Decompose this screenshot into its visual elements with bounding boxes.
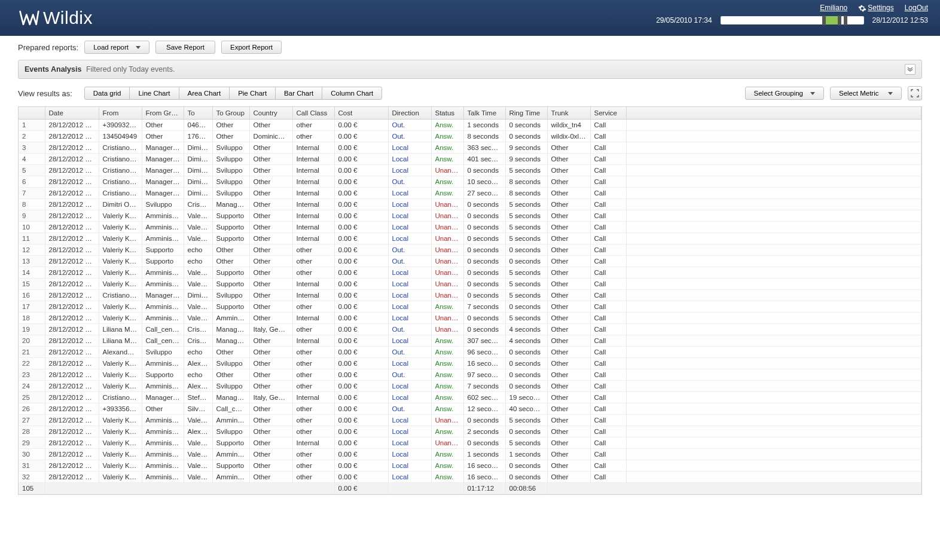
settings-link[interactable]: Settings — [858, 4, 893, 13]
filter-panel[interactable]: Events Analysis Filtered only Today even… — [18, 60, 922, 79]
row-index: 2 — [19, 131, 45, 142]
date-to: 28/12/2012 12:53 — [872, 16, 928, 25]
table-row[interactable]: 2128/12/2012 09:47Alexander …Sviluppoech… — [19, 347, 921, 358]
col-ring-time[interactable]: Ring Time — [505, 107, 547, 120]
save-report-button[interactable]: Save Report — [155, 41, 215, 54]
row-index: 3 — [19, 142, 45, 154]
direction-cell: Local — [388, 460, 431, 472]
col-to-group[interactable]: To Group — [212, 107, 249, 120]
status-cell: Answ. — [431, 449, 463, 460]
table-row[interactable]: 1028/12/2012 09:37Valeriy Kuc…Amministr…… — [19, 222, 921, 233]
view-toolbar: View results as: Data gridLine ChartArea… — [0, 79, 940, 104]
view-tab-line-chart[interactable]: Line Chart — [129, 87, 179, 100]
view-tab-bar-chart[interactable]: Bar Chart — [275, 87, 322, 100]
table-row[interactable]: 528/12/2012 09:31Cristiano B…Manager_…Di… — [19, 165, 921, 176]
col-talk-time[interactable]: Talk Time — [463, 107, 505, 120]
table-row[interactable]: 728/12/2012 09:32Cristiano B…Manager_…Di… — [19, 188, 921, 199]
gear-icon — [858, 4, 866, 13]
col-from-group[interactable]: From Group — [142, 107, 184, 120]
fullscreen-button[interactable] — [908, 86, 922, 100]
table-row[interactable]: 3128/12/2012 10:34Valeriy Kuc…Amministr…… — [19, 460, 921, 472]
table-row[interactable]: 928/12/2012 09:36Valeriy Kuc…Amministr…V… — [19, 210, 921, 222]
chevron-down-icon — [888, 92, 893, 95]
table-row[interactable]: 128/12/2012 08:36+39093266…Other04611…Ot… — [19, 120, 921, 131]
table-row[interactable]: 828/12/2012 09:32Dimitri Osle…SviluppoCr… — [19, 199, 921, 210]
table-row[interactable]: 3228/12/2012 10:35Valeriy Kuc…Amministr…… — [19, 472, 921, 483]
row-index: 19 — [19, 324, 45, 335]
chevron-down-icon — [810, 92, 815, 95]
row-index: 16 — [19, 290, 45, 301]
status-cell: Answ. — [431, 460, 463, 472]
status-cell: Unansw. — [431, 244, 463, 256]
view-tab-column-chart[interactable]: Column Chart — [322, 87, 382, 100]
direction-cell: Out. — [388, 256, 431, 267]
col-call-class[interactable]: Call Class — [292, 107, 334, 120]
select-grouping-button[interactable]: Select Grouping — [745, 87, 824, 100]
date-range-slider[interactable] — [721, 16, 864, 25]
row-index: 22 — [19, 358, 45, 369]
direction-cell: Out. — [388, 131, 431, 142]
table-row[interactable]: 1228/12/2012 09:39Valeriy Kuc…Supportoec… — [19, 244, 921, 256]
row-index: 14 — [19, 267, 45, 279]
col-date[interactable]: Date — [45, 107, 99, 120]
row-index: 27 — [19, 415, 45, 426]
table-row[interactable]: 2828/12/2012 10:06Valeriy Kuc…Amministr…… — [19, 426, 921, 437]
row-index: 8 — [19, 199, 45, 210]
table-row[interactable]: 2728/12/2012 10:04Valeriy Kuc…Amministr…… — [19, 415, 921, 426]
direction-cell: Local — [388, 392, 431, 403]
user-link[interactable]: Emiliano — [820, 4, 847, 12]
brand-text: Wildix — [43, 8, 93, 28]
col-from[interactable]: From — [99, 107, 142, 120]
status-cell: Unansw. — [431, 165, 463, 176]
table-row[interactable]: 1328/12/2012 09:39Valeriy Kuc…Supportoec… — [19, 256, 921, 267]
table-row[interactable]: 2628/12/2012 10:03+39335633…OtherSilves…… — [19, 403, 921, 415]
table-row[interactable]: 2928/12/2012 10:10Valeriy Kuc…Amministr…… — [19, 437, 921, 449]
load-report-button[interactable]: Load report — [84, 41, 149, 54]
table-row[interactable]: 1528/12/2012 09:40Valeriy Kuc…Amministr…… — [19, 279, 921, 290]
logout-link[interactable]: LogOut — [905, 4, 928, 12]
col-direction[interactable]: Direction — [388, 107, 431, 120]
prepared-label: Prepared reports: — [18, 43, 78, 52]
col-cost[interactable]: Cost — [334, 107, 388, 120]
view-tabs: Data gridLine ChartArea ChartPie ChartBa… — [84, 87, 382, 100]
table-row[interactable]: 2228/12/2012 09:47Valeriy Kuc…Amministr…… — [19, 358, 921, 369]
table-row[interactable]: 1128/12/2012 09:38Valeriy Kuc…Amministr…… — [19, 233, 921, 244]
direction-cell: Local — [388, 210, 431, 222]
direction-cell: Out. — [388, 324, 431, 335]
col-trunk[interactable]: Trunk — [547, 107, 590, 120]
view-tab-data-grid[interactable]: Data grid — [84, 87, 130, 100]
direction-cell: Local — [388, 290, 431, 301]
col-to[interactable]: To — [184, 107, 212, 120]
table-row[interactable]: 1428/12/2012 09:39Valeriy Kuc…Amministr…… — [19, 267, 921, 279]
table-row[interactable]: 1728/12/2012 09:44Valeriy Kuc…Amministr…… — [19, 301, 921, 313]
direction-cell: Local — [388, 142, 431, 154]
table-row[interactable]: 328/12/2012 09:25Cristiano B…Manager_…Di… — [19, 142, 921, 154]
expand-filter-button[interactable] — [905, 64, 915, 75]
select-metric-button[interactable]: Select Metric — [830, 87, 902, 100]
table-row[interactable]: 428/12/2012 09:25Cristiano B…Manager_…Di… — [19, 154, 921, 165]
col-index[interactable] — [19, 107, 45, 120]
row-index: 25 — [19, 392, 45, 403]
row-index: 21 — [19, 347, 45, 358]
table-row[interactable]: 2028/12/2012 09:46Liliana Man…Call_cente… — [19, 335, 921, 347]
table-row[interactable]: 1828/12/2012 09:44Valeriy Kuc…Amministr…… — [19, 313, 921, 324]
col-country[interactable]: Country — [249, 107, 292, 120]
status-cell: Unansw. — [431, 415, 463, 426]
table-row[interactable]: 2428/12/2012 09:48Valeriy Kuc…Amministr…… — [19, 381, 921, 392]
table-row[interactable]: 2328/12/2012 09:48Valeriy Kuc…Supportoec… — [19, 369, 921, 381]
table-row[interactable]: 3028/12/2012 10:32Valeriy Kuc…Amministr…… — [19, 449, 921, 460]
table-row[interactable]: 1928/12/2012 09:46Liliana Man…Call_cente… — [19, 324, 921, 335]
col-status[interactable]: Status — [431, 107, 463, 120]
view-tab-pie-chart[interactable]: Pie Chart — [229, 87, 276, 100]
table-row[interactable]: 1628/12/2012 09:42Cristiano B…Manager_…D… — [19, 290, 921, 301]
row-index: 15 — [19, 279, 45, 290]
direction-cell: Local — [388, 188, 431, 199]
view-tab-area-chart[interactable]: Area Chart — [179, 87, 230, 100]
table-row[interactable]: 228/12/2012 09:15134504949Other17674…Oth… — [19, 131, 921, 142]
direction-cell: Local — [388, 335, 431, 347]
col-service[interactable]: Service — [590, 107, 626, 120]
table-row[interactable]: 2528/12/2012 10:00Cristiano B…Manager_…S… — [19, 392, 921, 403]
direction-cell: Local — [388, 165, 431, 176]
export-report-button[interactable]: Export Report — [221, 41, 282, 54]
table-row[interactable]: 628/12/2012 09:32Cristiano B…Manager_…Di… — [19, 176, 921, 188]
